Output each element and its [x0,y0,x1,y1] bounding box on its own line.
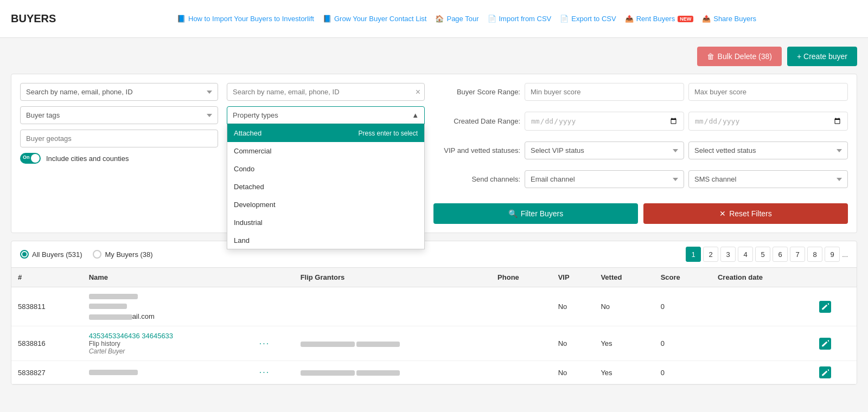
min-score-input[interactable] [525,83,684,101]
cell-id: 5838811 [11,287,82,326]
buyer-tags-wrap: Buyer tags [20,106,218,124]
cell-vetted: Yes [594,326,654,361]
reset-filters-button[interactable]: ✕ Reset Filters [643,203,848,224]
buyers-header: All Buyers (531) My Buyers (38) 1 2 3 4 … [11,241,857,268]
max-score-input[interactable] [688,83,848,101]
cell-phone [491,361,552,384]
col-vip: VIP [552,268,595,287]
page-btn-8[interactable]: 8 [807,247,822,262]
filters-right-col: Buyer Score Range: Created Date Range: V… [433,83,848,224]
date-from-input[interactable] [525,112,684,131]
cell-score: 0 [654,326,711,361]
buyers-section: All Buyers (531) My Buyers (38) 1 2 3 4 … [11,241,857,385]
property-type-item-detached[interactable]: Detached [227,178,424,196]
page-btn-9[interactable]: 9 [825,247,840,262]
cell-edit [813,326,857,361]
include-cities-toggle[interactable]: On [20,153,41,164]
vip-vetted-row: VIP and vetted statuses: Select VIP stat… [433,141,848,159]
nav-rent-buyers[interactable]: 📤 Rent Buyers NEW [625,15,694,23]
cell-id: 5838816 [11,326,82,361]
date-to-input[interactable] [688,112,848,131]
cell-name [82,361,253,384]
cell-creation-date [711,287,813,326]
page-btn-1[interactable]: 1 [686,247,701,262]
blurred-email [89,314,132,320]
share-icon: 📤 [702,15,711,23]
cell-phone [491,326,552,361]
my-buyers-tab[interactable]: My Buyers (38) [93,250,152,259]
col-score: Score [654,268,711,287]
date-range-row: Created Date Range: [433,112,848,131]
row-dots-button[interactable]: ··· [259,339,270,349]
top-bar: BUYERS 📘 How to Import Your Buyers to In… [0,0,868,38]
property-type-item-attached[interactable]: Attached Press enter to select [227,124,424,142]
cell-flip-grantors [294,287,491,326]
blurred-flip4 [356,370,400,376]
blurred-flip [301,342,355,347]
edit-button[interactable] [819,301,831,313]
create-buyer-button[interactable]: + Create buyer [787,47,857,66]
property-types-menu: Attached Press enter to select Commercia… [227,124,425,249]
send-channels-row: Send channels: Email channel SMS channel [433,170,848,188]
flip-history-tag: Flip history [89,340,246,347]
property-type-item-development[interactable]: Development [227,196,424,214]
filters-mid-col: × Property types ▲ Attached Press enter … [227,83,425,224]
cell-name: 4353453346436 34645633 Flip history Cart… [82,326,253,361]
property-type-item-commercial[interactable]: Commercial [227,142,424,160]
nav-page-tour[interactable]: 🏠 Page Tour [435,15,478,23]
blurred-flip3 [301,370,355,376]
nav-import-csv[interactable]: 📄 Import from CSV [488,15,552,23]
search2-input[interactable] [227,83,425,101]
cell-dots: ··· [253,326,294,361]
blurred-name [89,294,138,299]
cell-score: 0 [654,287,711,326]
filters-left-col: Search by name, email, phone, ID Buyer t… [20,83,218,224]
action-bar: 🗑 Bulk Delete (38) + Create buyer [11,47,857,66]
page-btn-4[interactable]: 4 [738,247,753,262]
email-channel-select[interactable]: Email channel [525,170,684,188]
search2-clear[interactable]: × [416,88,420,96]
buyer-name-link[interactable]: 4353453346436 34645633 [89,332,173,340]
page-btn-6[interactable]: 6 [773,247,788,262]
buyer-geotags-input[interactable] [20,130,218,147]
blurred-flip2 [356,342,400,347]
nav-import-buyers[interactable]: 📘 How to Import Your Buyers to Investorl… [177,15,314,23]
chevron-up-icon: ▲ [412,111,419,119]
cell-creation-date [711,326,813,361]
property-type-item-industrial[interactable]: Industrial [227,214,424,231]
edit-button[interactable] [819,338,831,350]
filter-buyers-button[interactable]: 🔍 Filter Buyers [433,203,638,224]
edit-button[interactable] [819,366,831,378]
all-buyers-tab[interactable]: All Buyers (531) [20,250,82,259]
buyer-tabs: All Buyers (531) My Buyers (38) [20,250,153,259]
property-types-trigger[interactable]: Property types ▲ [227,106,425,124]
property-type-item-land[interactable]: Land [227,231,424,249]
property-type-item-condo[interactable]: Condo [227,160,424,178]
nav-grow-buyers[interactable]: 📘 Grow Your Buyer Contact List [323,15,427,23]
cell-creation-date [711,361,813,384]
all-buyers-radio [20,250,29,259]
send-channels-label: Send channels: [433,175,520,183]
page-btn-5[interactable]: 5 [755,247,770,262]
col-phone: Phone [491,268,552,287]
score-range-row: Buyer Score Range: [433,83,848,101]
vip-vetted-label: VIP and vetted statuses: [433,146,520,154]
page-btn-7[interactable]: 7 [790,247,805,262]
sms-channel-select[interactable]: SMS channel [688,170,848,188]
nav-export-csv[interactable]: 📄 Export to CSV [560,15,616,23]
search1-select[interactable]: Search by name, email, phone, ID [20,83,218,101]
vetted-status-select[interactable]: Select vetted status [688,141,848,159]
col-flip-grantors: Flip Grantors [294,268,491,287]
page-btn-3[interactable]: 3 [720,247,736,262]
col-actions [253,268,294,287]
cell-phone [491,287,552,326]
row-dots-button[interactable]: ··· [259,368,270,377]
page-btn-2[interactable]: 2 [703,247,718,262]
bulk-delete-button[interactable]: 🗑 Bulk Delete (38) [697,47,782,66]
vip-status-select[interactable]: Select VIP status [525,141,684,159]
file-icon2: 📄 [560,15,569,23]
col-id: # [11,268,82,287]
nav-share-buyers[interactable]: 📤 Share Buyers [702,15,756,23]
my-buyers-radio [93,250,101,259]
buyer-tags-select[interactable]: Buyer tags [20,106,218,124]
